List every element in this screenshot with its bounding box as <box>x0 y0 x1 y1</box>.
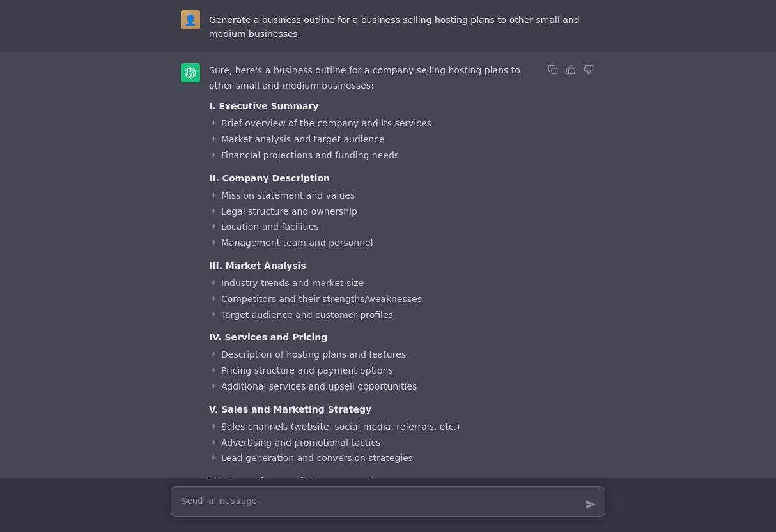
chat-container: Generate a business outline for a busine… <box>0 0 776 532</box>
input-area <box>0 478 776 532</box>
assistant-avatar <box>181 63 200 82</box>
copy-button[interactable] <box>547 63 559 76</box>
section-bullets-4: Sales channels (website, social media, r… <box>209 420 547 467</box>
user-avatar-image <box>181 10 200 29</box>
bullet-item: Target audience and customer profiles <box>212 308 547 324</box>
bullet-item: Sales channels (website, social media, r… <box>212 420 547 436</box>
section-heading-0: I. Executive Summary <box>209 101 547 111</box>
bullet-item: Location and facilities <box>212 220 547 236</box>
assistant-message-inner: Sure, here's a business outline for a co… <box>171 62 605 468</box>
bullet-item: Industry trends and market size <box>212 276 547 292</box>
assistant-content: Sure, here's a business outline for a co… <box>209 62 595 478</box>
section-bullets-0: Brief overview of the company and its se… <box>209 116 547 163</box>
thumbs-down-icon <box>584 65 594 75</box>
send-icon <box>585 499 596 510</box>
section-bullets-3: Description of hosting plans and feature… <box>209 347 547 395</box>
copy-icon <box>548 65 558 75</box>
bullet-item: Additional services and upsell opportuni… <box>212 379 547 395</box>
svg-rect-0 <box>552 68 557 74</box>
sections-container: I. Executive SummaryBrief overview of th… <box>209 101 547 478</box>
user-message-text: Generate a business outline for a busine… <box>209 10 595 42</box>
bullet-item: Competitors and their strengths/weakness… <box>212 292 547 308</box>
bullet-item: Pricing structure and payment options <box>212 363 547 379</box>
section-heading-1: II. Company Description <box>209 173 547 183</box>
bullet-item: Advertising and promotional tactics <box>212 436 547 452</box>
bullet-item: Financial projections and funding needs <box>212 148 547 164</box>
send-button[interactable] <box>582 496 599 513</box>
bullet-item: Description of hosting plans and feature… <box>212 347 547 363</box>
user-avatar <box>181 10 200 29</box>
section-bullets-2: Industry trends and market sizeCompetito… <box>209 276 547 323</box>
section-4: V. Sales and Marketing StrategySales cha… <box>209 404 547 467</box>
assistant-message-row: Sure, here's a business outline for a co… <box>0 52 776 478</box>
user-message-inner: Generate a business outline for a busine… <box>171 10 605 42</box>
thumbs-up-icon <box>566 65 576 75</box>
section-0: I. Executive SummaryBrief overview of th… <box>209 101 547 163</box>
input-wrapper <box>171 486 605 519</box>
section-2: III. Market AnalysisIndustry trends and … <box>209 261 547 323</box>
section-heading-4: V. Sales and Marketing Strategy <box>209 404 547 414</box>
section-1: II. Company DescriptionMission statement… <box>209 173 547 252</box>
section-bullets-1: Mission statement and valuesLegal struct… <box>209 188 547 252</box>
section-heading-2: III. Market Analysis <box>209 261 547 271</box>
user-message-row: Generate a business outline for a busine… <box>0 0 776 52</box>
message-actions <box>547 63 595 76</box>
thumbs-up-button[interactable] <box>564 63 577 76</box>
assistant-intro-text: Sure, here's a business outline for a co… <box>209 63 547 94</box>
thumbs-down-button[interactable] <box>582 63 595 76</box>
bullet-item: Market analysis and target audience <box>212 132 547 148</box>
message-input[interactable] <box>171 486 605 517</box>
bullet-item: Mission statement and values <box>212 188 547 204</box>
chatgpt-icon <box>185 67 196 79</box>
section-3: IV. Services and PricingDescription of h… <box>209 332 547 395</box>
section-heading-3: IV. Services and Pricing <box>209 332 547 342</box>
bullet-item: Management team and personnel <box>212 236 547 252</box>
bullet-item: Brief overview of the company and its se… <box>212 116 547 132</box>
bullet-item: Legal structure and ownership <box>212 204 547 220</box>
bullet-item: Lead generation and conversion strategie… <box>212 451 547 467</box>
